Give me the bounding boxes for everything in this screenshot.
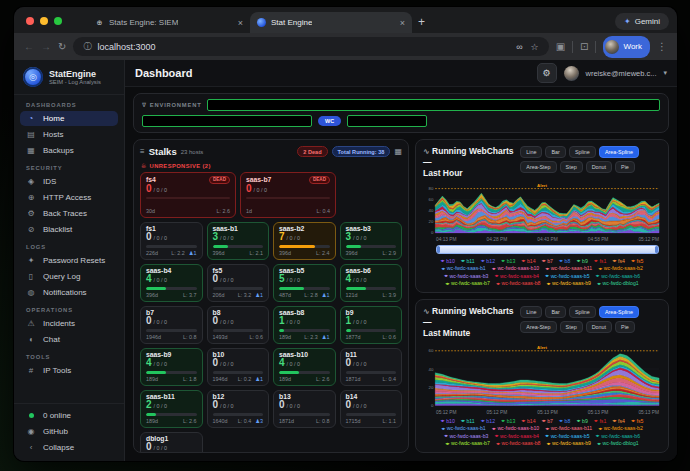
forward-icon[interactable]: →	[41, 42, 51, 52]
legend-item[interactable]: ◂▸wc-fwdc-saas-b10	[492, 425, 539, 431]
legend-item[interactable]: ◂▸wc-fwdc-saas-b8	[496, 280, 541, 286]
sidebar-item-query-log[interactable]: ▯Query Log	[20, 269, 118, 284]
sidebar-footer-github[interactable]: ◉GitHub	[20, 424, 118, 439]
chart-type-button-spline[interactable]: Spline	[569, 306, 596, 318]
legend-item[interactable]: ◂▸fs5	[631, 418, 644, 424]
legend-item[interactable]: ◂▸wc-fwdc-saas-b1	[441, 425, 486, 431]
sidebar-item-ip-tools[interactable]: #IP Tools	[20, 363, 118, 378]
browser-profile-button[interactable]: Work	[603, 36, 650, 58]
close-tab-icon[interactable]: ×	[400, 18, 405, 28]
legend-item[interactable]: ◂▸wc-fwdc-saas-b2	[598, 265, 643, 271]
sidebar-footer-0-online[interactable]: 0 online	[20, 408, 118, 423]
host-card-saas-b5[interactable]: saas-b55/ 0 / 0487dL: 2.8♟1	[273, 264, 336, 302]
host-card-saas-b8[interactable]: saas-b81/ 0 / 0189dL: 2.3♟1	[273, 306, 336, 344]
legend-item[interactable]: ◂▸b11	[461, 418, 475, 424]
legend-item[interactable]: ◂▸b7	[542, 418, 553, 424]
legend-item[interactable]: ◂▸fs4	[612, 418, 625, 424]
account-avatar[interactable]	[564, 66, 579, 81]
legend-item[interactable]: ◂▸b11	[461, 258, 475, 264]
legend-item[interactable]: ◂▸b14	[521, 258, 535, 264]
legend-item[interactable]: ◂▸wc-fwdc-saas-b5	[545, 273, 590, 279]
minimize-window-button[interactable]	[40, 17, 48, 25]
legend-item[interactable]: ◂▸wc-fwdc-saas-b9	[546, 440, 591, 446]
legend-item[interactable]: ◂▸wc-fwdc-saas-b9	[546, 280, 591, 286]
chevron-down-icon[interactable]: ▾	[663, 69, 667, 77]
chart-type-button-pie[interactable]: Pie	[615, 321, 635, 333]
sidebar-item-home[interactable]: ◔Home	[20, 111, 118, 126]
legend-item[interactable]: ◂▸wc-fwdc-saas-b4	[494, 273, 539, 279]
legend-item[interactable]: ◂▸b10	[441, 258, 455, 264]
host-card-saas-b9[interactable]: saas-b94/ 0 / 0189dL: 1.8	[140, 348, 203, 386]
account-email[interactable]: wreiske@mieweb.c...	[586, 69, 657, 78]
legend-item[interactable]: ◂▸fs5	[631, 258, 644, 264]
legend-item[interactable]: ◂▸wc-fwdc-saas-b8	[496, 440, 541, 446]
sidebar-item-notifications[interactable]: ◍Notifications	[20, 285, 118, 300]
legend-item[interactable]: ◂▸b8	[559, 258, 570, 264]
legend-item[interactable]: ◂▸fs1	[594, 418, 607, 424]
sidebar-item-blacklist[interactable]: ⊘Blacklist	[20, 222, 118, 237]
legend-item[interactable]: ◂▸b13	[501, 418, 515, 424]
host-card-b13[interactable]: b130/ 0 / 01871dL: 0.8	[273, 390, 336, 428]
host-card-b11[interactable]: b110/ 0 / 01871dL: 0.4	[340, 348, 403, 386]
legend-item[interactable]: ◂▸b12	[481, 258, 495, 264]
legend-item[interactable]: ◂▸wc-fwdc-saas-b4	[494, 433, 539, 439]
legend-item[interactable]: ◂▸wc-fwdc-dblog1	[597, 280, 639, 286]
legend-item[interactable]: ◂▸wc-fwdc-dblog1	[597, 440, 639, 446]
tab-search-icon[interactable]: ⊡	[580, 42, 588, 52]
host-card-fs5[interactable]: fs50/ 0 / 0206dL: 3.2♟1	[207, 264, 270, 302]
host-card-b9[interactable]: b91/ 0 / 01877dL: 0.6	[340, 306, 403, 344]
chart-type-button-donut[interactable]: Donut	[586, 321, 612, 333]
chart-type-button-area-spline[interactable]: Area-Spline	[599, 306, 639, 318]
browser-tab-active[interactable]: Stat Engine ×	[250, 12, 412, 33]
host-card-b12[interactable]: b120/ 0 / 01640dL: 0.4♟3	[207, 390, 270, 428]
chart-type-button-pie[interactable]: Pie	[615, 161, 635, 173]
settings-gear-button[interactable]: ⚙	[537, 63, 557, 83]
environment-filter-field[interactable]	[207, 99, 660, 111]
close-tab-icon[interactable]: ×	[238, 18, 243, 28]
grid-view-icon[interactable]: ▦	[394, 147, 402, 156]
sidebar-item-backups[interactable]: ▦Backups	[20, 143, 118, 158]
host-card-saas-b6[interactable]: saas-b64/ 0 / 0121dL: 3.9	[340, 264, 403, 302]
chart-type-button-line[interactable]: Line	[520, 146, 542, 158]
environment-wc-chip[interactable]: WC	[318, 116, 341, 126]
bookmark-star-icon[interactable]: ☆	[531, 42, 539, 52]
chart-type-button-spline[interactable]: Spline	[569, 146, 596, 158]
legend-item[interactable]: ◂▸b14	[521, 418, 535, 424]
chart-type-button-area-step[interactable]: Area-Step	[520, 161, 556, 173]
legend-item[interactable]: ◂▸b9	[576, 258, 587, 264]
browser-tab-inactive[interactable]: ⊕ Stats Engine: SIEM ×	[88, 12, 250, 33]
maximize-window-button[interactable]	[54, 17, 62, 25]
legend-item[interactable]: ◂▸wc-fwdc-saas-b11	[545, 265, 592, 271]
chart-type-button-area-step[interactable]: Area-Step	[520, 321, 556, 333]
chart-type-button-bar[interactable]: Bar	[545, 146, 565, 158]
legend-item[interactable]: ◂▸fs4	[612, 258, 625, 264]
gemini-button[interactable]: ✦ Gemini	[615, 13, 669, 30]
chart-type-button-step[interactable]: Step	[560, 161, 583, 173]
sidebar-item-hosts[interactable]: ▤Hosts	[20, 127, 118, 142]
legend-item[interactable]: ◂▸b8	[559, 418, 570, 424]
close-window-button[interactable]	[26, 17, 34, 25]
browser-menu-icon[interactable]: ⋮	[657, 42, 667, 52]
chart-type-button-donut[interactable]: Donut	[586, 161, 612, 173]
legend-item[interactable]: ◂▸b10	[441, 418, 455, 424]
legend-item[interactable]: ◂▸wc-fwdc-saas-b11	[545, 425, 592, 431]
host-card-b7[interactable]: b70/ 0 / 01946dL: 0.8	[140, 306, 203, 344]
sidebar-item-incidents[interactable]: ⚠Incidents	[20, 316, 118, 331]
host-card-b8[interactable]: b80/ 0 / 01493dL: 0.6	[207, 306, 270, 344]
host-card-fs1[interactable]: fs10/ 0 / 0226dL: 2.2♟1	[140, 222, 203, 260]
host-card-saas-b2[interactable]: saas-b27/ 0 / 0396dL: 2.4	[273, 222, 336, 260]
host-card-saas-b1[interactable]: saas-b13/ 0 / 0396dL: 2.1	[207, 222, 270, 260]
legend-item[interactable]: ◂▸b12	[481, 418, 495, 424]
sidebar-item-back-traces[interactable]: ⚙Back Traces	[20, 206, 118, 221]
extensions-icon[interactable]: ▣	[556, 42, 565, 52]
host-card-fs4[interactable]: fs4DEAD0/ 0 / 030dL: 2.6	[140, 172, 236, 218]
host-card-b10[interactable]: b100/ 0 / 01946dL: 0.2♟1	[207, 348, 270, 386]
host-card-b14[interactable]: b140/ 0 / 01715dL: 1.1	[340, 390, 403, 428]
host-card-saas-b3[interactable]: saas-b33/ 0 / 0396dL: 2.9	[340, 222, 403, 260]
sidebar-footer-collapse[interactable]: ‹Collapse	[20, 440, 118, 455]
sidebar-item-http-access[interactable]: ⊕HTTP Access	[20, 190, 118, 205]
new-tab-button[interactable]: +	[418, 15, 425, 29]
chart-type-button-area-spline[interactable]: Area-Spline	[599, 146, 639, 158]
url-input[interactable]: ⓘ localhost:3000 ∞ ☆	[73, 37, 548, 56]
app-logo-row[interactable]: ◎ StatEngine SEIM - Log Analysis	[14, 60, 124, 95]
